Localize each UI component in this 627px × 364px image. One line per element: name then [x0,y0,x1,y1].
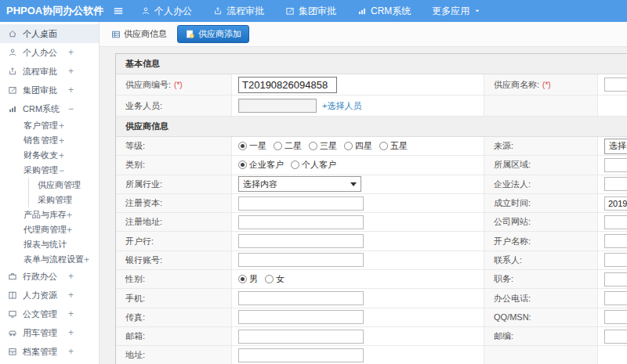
sidebar-item-CRM系统[interactable]: CRM系统− [0,99,99,118]
expand-toggle-icon[interactable]: + [84,254,89,265]
industry-select[interactable]: 选择内容 [238,176,361,192]
sidebar-item-用车管理[interactable]: 用车管理+ [0,323,99,342]
briefcase-icon [8,272,17,281]
expand-toggle-icon[interactable]: − [68,103,74,114]
bank-field [232,232,484,250]
hamburger-icon[interactable] [113,5,124,16]
expand-toggle-icon[interactable]: + [67,225,72,236]
email-label: 邮箱: [116,327,232,345]
topbar-nav-label: 流程审批 [227,5,264,18]
topbar-nav-item[interactable]: CRM系统 [357,5,411,18]
position-input[interactable] [604,272,627,287]
expand-toggle-icon[interactable]: + [59,150,64,161]
radio-icon [274,142,282,150]
sidebar-item-产品与库存[interactable]: 产品与库存+ [0,207,99,222]
sidebar-item-个人桌面[interactable]: 个人桌面 [0,24,99,43]
choose-person-link[interactable]: +选择人员 [322,100,361,112]
user-icon [141,6,150,16]
expand-toggle-icon[interactable]: − [59,165,64,176]
expand-toggle-icon[interactable]: + [68,308,74,319]
empty-label [484,346,598,364]
account-name-input[interactable] [604,234,627,248]
supplier-add-form: 基本信息供应商编号:(*)供应商名称:(*)业务人员:+选择人员供应商信息等级:… [115,53,627,364]
gender-radio-1[interactable]: 女 [265,273,285,285]
expand-toggle-icon[interactable]: + [68,47,74,58]
sidebar-item-销售管理[interactable]: 销售管理+ [0,133,99,148]
contact-person-input[interactable] [604,253,627,267]
company-website-input[interactable] [604,215,627,229]
radio-icon [238,160,247,169]
sidebar-item-档案管理[interactable]: 档案管理+ [0,342,99,361]
sidebar-item-代理商管理[interactable]: 代理商管理+ [0,222,99,237]
gender-radio-0[interactable]: 男 [238,273,258,285]
supplier-no-field [232,74,484,95]
registered-capital-input[interactable] [238,196,364,211]
sidebar-item-采购管理[interactable]: 采购管理 [28,193,99,207]
topbar-nav-item[interactable]: 流程审批 [213,5,264,18]
sidebar-item-partial[interactable]: + [0,361,99,364]
bank-input[interactable] [238,234,364,248]
home-icon [8,29,17,38]
radio-icon [379,142,388,150]
sidebar-item-客户管理[interactable]: 客户管理+ [0,118,99,133]
topbar-nav-item[interactable]: 个人办公 [141,5,192,18]
sidebar-item-label: 报表与统计 [24,239,67,250]
position-field [598,270,627,288]
level-radio-2[interactable]: 三星 [309,140,337,152]
sidebar-item-流程审批[interactable]: 流程审批+ [0,62,99,81]
registered-address-input[interactable] [238,215,364,229]
sidebar-item-供应商管理[interactable]: 供应商管理 [28,178,99,193]
expand-toggle-icon[interactable]: + [67,210,72,221]
topbar-nav-item[interactable]: 集团审批 [285,5,336,18]
region-input[interactable] [604,158,627,172]
address-input[interactable] [238,348,364,362]
topbar-nav-item[interactable]: 更多应用 [432,5,481,18]
bank-account-input[interactable] [238,253,364,267]
email-input[interactable] [238,330,364,344]
topbar-nav: 个人办公流程审批集团审批CRM系统更多应用 [141,5,481,18]
supplier-name-input[interactable] [604,77,627,92]
sidebar-item-公文管理[interactable]: 公文管理+ [0,305,99,323]
app-brand: PHPOA协同办公软件 [0,4,103,18]
radio-label: 三星 [320,140,337,152]
expand-toggle-icon[interactable]: + [59,135,64,146]
sidebar-item-个人办公[interactable]: 个人办公+ [0,43,99,62]
expand-toggle-icon[interactable]: + [68,327,74,338]
expand-toggle-icon[interactable]: + [68,66,74,77]
supplier-info-tab[interactable]: 供应商信息 [107,26,171,42]
sidebar-item-人力资源[interactable]: 人力资源+ [0,286,99,305]
form-section: 供应商信息等级:一星二星三星四星五星来源:选择内容类别:企业客户个人客户所属区域… [116,117,627,364]
expand-toggle-icon[interactable]: + [68,346,74,357]
expand-toggle-icon[interactable]: + [59,121,64,132]
supplier-add-tab[interactable]: 供应商添加 [177,25,249,43]
supplier-no-input[interactable] [238,77,337,93]
sidebar-item-行政办公[interactable]: 行政办公+ [0,267,99,286]
bank-account-label: 银行账号: [116,251,232,269]
category-radio-0[interactable]: 企业客户 [238,159,284,171]
zip-code-input[interactable] [604,330,627,344]
level-radio-4[interactable]: 五星 [379,140,408,152]
empty-field [598,96,627,116]
sidebar-item-报表与统计[interactable]: 报表与统计 [0,237,99,252]
expand-toggle-icon[interactable]: + [68,290,74,301]
mobile-input[interactable] [238,291,364,305]
qq-msn-input[interactable] [604,310,627,324]
edit-icon [8,85,17,95]
legal-person-input[interactable] [604,177,627,191]
qq-msn-label: QQ/MSN: [484,308,598,326]
founded-date-input[interactable] [604,196,627,211]
sidebar-item-集团审批[interactable]: 集团审批+ [0,81,99,99]
level-radio-1[interactable]: 二星 [274,140,302,152]
level-radio-3[interactable]: 四星 [344,140,372,152]
level-radio-0[interactable]: 一星 [238,140,266,152]
expand-toggle-icon[interactable]: + [68,85,74,96]
source-select[interactable]: 选择内容 [604,139,627,154]
office-phone-input[interactable] [604,291,627,305]
sidebar-item-财务收支[interactable]: 财务收支+ [0,148,99,163]
sales-person-input[interactable] [238,99,317,113]
category-radio-1[interactable]: 个人客户 [291,159,336,171]
sidebar-item-采购管理[interactable]: 采购管理− [0,163,99,178]
fax-input[interactable] [238,310,364,324]
sidebar-item-表单与流程设置[interactable]: 表单与流程设置+ [0,252,99,267]
expand-toggle-icon[interactable]: + [68,271,74,282]
